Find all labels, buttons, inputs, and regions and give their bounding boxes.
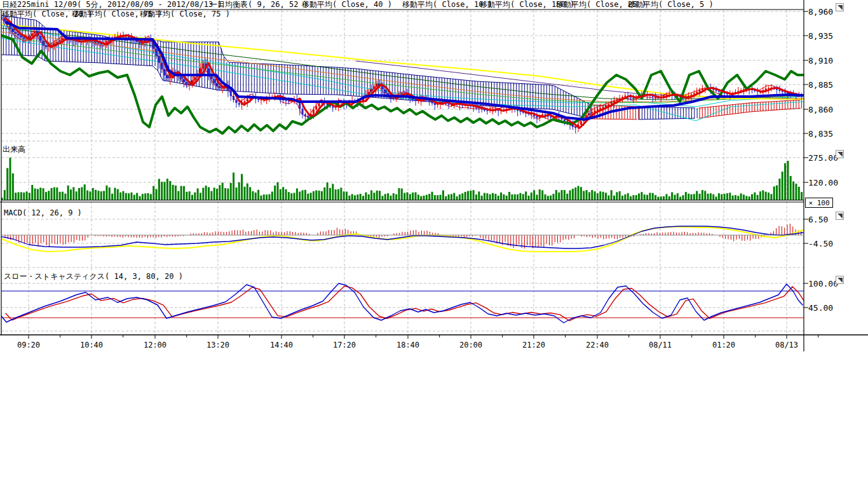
chart-window: 日経225mini 12/09( 5分, 2012/08/09 - 2012/0… [0,0,868,488]
volume-axis-label: 275.00 [808,153,838,163]
time-axis-label: 10:40 [80,341,103,349]
pane-resize-button-volume[interactable] [836,150,844,158]
corner-triangle-icon [837,152,843,157]
macd-axis-label: 6.50 [808,215,828,224]
volume-pane [1,158,803,200]
corner-triangle-icon [837,5,843,10]
indicator-label: 移動平均( Close, 75 ) [140,10,230,18]
price-axis-label: 8,935 [808,31,833,41]
time-axis-label: 08/11 [649,341,672,349]
corner-triangle-icon [837,214,843,219]
corner-triangle-icon [837,278,843,283]
macd-axis-label: -4.50 [808,239,833,248]
stoch-axis-label: 100.00 [808,279,838,288]
price-axis-label: 8,860 [808,105,833,114]
macd-pane-label: MACD( 12, 26, 9 ) [4,209,82,217]
volume-pane-label: 出来高 [3,146,25,154]
grid-lines [1,10,804,334]
macd-pane [0,224,803,252]
pane-resize-button-price[interactable] [836,3,844,11]
time-axis-label: 18:40 [397,341,419,349]
time-axis-label: 13:20 [207,341,229,349]
time-axis-label: 22:40 [586,341,609,349]
time-axis-label: 21:20 [522,341,545,349]
time-axis-label: 01:20 [712,341,735,349]
stoch-axis-label: 45.00 [808,303,833,313]
pane-resize-button-stoch[interactable] [836,276,844,284]
time-axis-label: 14:40 [270,341,293,349]
time-axis-label: 09:20 [17,341,40,349]
chart-canvas [0,0,868,488]
price-axis-label: 8,835 [808,129,833,139]
indicator-label: 一目均衡表( 9, 26, 52 ) [210,1,308,9]
time-axis-label: 12:00 [144,341,166,349]
stoch-pane [0,283,808,323]
price-axis-label: 8,960 [808,7,833,17]
price-pane [0,15,808,133]
volume-multiplier-label: × 100 [805,198,833,208]
stoch-pane-label: スロー・ストキャスティクス( 14, 3, 80, 20 ) [4,273,183,281]
volume-axis-label: 120.00 [808,178,838,187]
indicator-label: 移動平均( Close, 10 ) [402,1,492,9]
price-axis-label: 8,910 [808,56,833,65]
time-axis-label: 20:00 [459,341,482,349]
indicator-label: 移動平均( Close, 40 ) [302,1,392,9]
time-axis-label: 08/13 [775,341,798,349]
chart-title: 日経225mini 12/09( 5分, 2012/08/09 - 2012/0… [2,1,222,9]
time-axis-label: 17:20 [333,341,356,349]
indicator-label: 移動平均( Close, 5 ) [628,1,714,9]
pane-resize-button-macd[interactable] [836,212,844,220]
price-axis-label: 8,885 [808,80,833,90]
